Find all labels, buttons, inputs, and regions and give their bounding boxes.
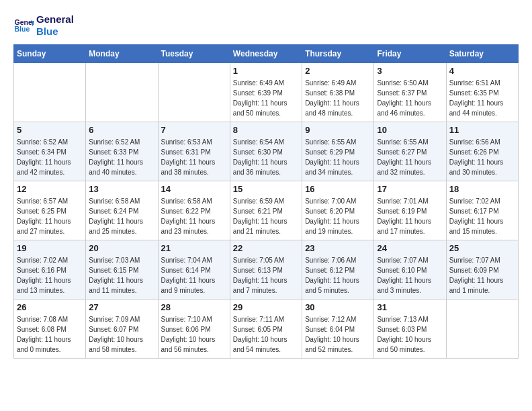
calendar-cell: 26Sunrise: 7:08 AMSunset: 6:08 PMDayligh… xyxy=(14,300,86,359)
calendar-cell: 9Sunrise: 6:55 AMSunset: 6:29 PMDaylight… xyxy=(302,122,374,181)
calendar-cell: 4Sunrise: 6:51 AMSunset: 6:35 PMDaylight… xyxy=(446,63,518,122)
calendar-cell: 16Sunrise: 7:00 AMSunset: 6:20 PMDayligh… xyxy=(302,181,374,240)
day-number: 29 xyxy=(233,302,299,312)
day-number: 5 xyxy=(17,125,83,135)
weekday-header-wednesday: Wednesday xyxy=(230,45,302,63)
calendar-cell: 17Sunrise: 7:01 AMSunset: 6:19 PMDayligh… xyxy=(374,181,446,240)
day-info: Sunrise: 6:56 AMSunset: 6:26 PMDaylight:… xyxy=(449,137,515,177)
day-number: 31 xyxy=(377,302,443,312)
day-number: 28 xyxy=(161,302,227,312)
weekday-header-sunday: Sunday xyxy=(14,45,86,63)
day-info: Sunrise: 7:12 AMSunset: 6:04 PMDaylight:… xyxy=(305,314,371,355)
calendar-week-5: 26Sunrise: 7:08 AMSunset: 6:08 PMDayligh… xyxy=(14,300,519,359)
day-info: Sunrise: 6:54 AMSunset: 6:30 PMDaylight:… xyxy=(233,137,299,177)
calendar-cell: 29Sunrise: 7:11 AMSunset: 6:05 PMDayligh… xyxy=(230,300,302,359)
weekday-header-friday: Friday xyxy=(374,45,446,63)
day-info: Sunrise: 6:55 AMSunset: 6:27 PMDaylight:… xyxy=(377,137,443,177)
calendar-cell: 25Sunrise: 7:07 AMSunset: 6:09 PMDayligh… xyxy=(446,240,518,300)
weekday-header-monday: Monday xyxy=(86,45,158,63)
day-number: 12 xyxy=(17,184,83,194)
day-info: Sunrise: 6:57 AMSunset: 6:25 PMDaylight:… xyxy=(17,196,83,236)
day-info: Sunrise: 7:05 AMSunset: 6:13 PMDaylight:… xyxy=(233,255,299,295)
day-info: Sunrise: 7:02 AMSunset: 6:16 PMDaylight:… xyxy=(17,255,83,295)
calendar-week-4: 19Sunrise: 7:02 AMSunset: 6:16 PMDayligh… xyxy=(14,240,519,300)
calendar-week-1: 1Sunrise: 6:49 AMSunset: 6:39 PMDaylight… xyxy=(14,63,519,122)
day-number: 2 xyxy=(305,66,371,76)
weekday-header-tuesday: Tuesday xyxy=(158,45,230,63)
day-number: 30 xyxy=(305,302,371,312)
day-number: 7 xyxy=(161,125,227,135)
day-number: 10 xyxy=(377,125,443,135)
day-info: Sunrise: 7:04 AMSunset: 6:14 PMDaylight:… xyxy=(161,255,227,295)
day-info: Sunrise: 7:07 AMSunset: 6:10 PMDaylight:… xyxy=(377,255,443,295)
day-number: 26 xyxy=(17,302,83,312)
day-info: Sunrise: 7:10 AMSunset: 6:06 PMDaylight:… xyxy=(161,314,227,355)
calendar-cell: 22Sunrise: 7:05 AMSunset: 6:13 PMDayligh… xyxy=(230,240,302,300)
calendar-cell: 5Sunrise: 6:52 AMSunset: 6:34 PMDaylight… xyxy=(14,122,86,181)
day-number: 17 xyxy=(377,184,443,194)
day-number: 11 xyxy=(449,125,515,135)
day-number: 9 xyxy=(305,125,371,135)
calendar-cell: 1Sunrise: 6:49 AMSunset: 6:39 PMDaylight… xyxy=(230,63,302,122)
calendar-cell: 12Sunrise: 6:57 AMSunset: 6:25 PMDayligh… xyxy=(14,181,86,240)
day-info: Sunrise: 7:01 AMSunset: 6:19 PMDaylight:… xyxy=(377,196,443,236)
day-info: Sunrise: 6:53 AMSunset: 6:31 PMDaylight:… xyxy=(161,137,227,177)
calendar-cell: 15Sunrise: 6:59 AMSunset: 6:21 PMDayligh… xyxy=(230,181,302,240)
day-info: Sunrise: 6:49 AMSunset: 6:38 PMDaylight:… xyxy=(305,78,371,118)
calendar-cell xyxy=(14,63,86,122)
calendar-week-3: 12Sunrise: 6:57 AMSunset: 6:25 PMDayligh… xyxy=(14,181,519,240)
day-number: 23 xyxy=(305,243,371,253)
day-number: 15 xyxy=(233,184,299,194)
day-number: 19 xyxy=(17,243,83,253)
calendar-cell: 2Sunrise: 6:49 AMSunset: 6:38 PMDaylight… xyxy=(302,63,374,122)
weekday-header-saturday: Saturday xyxy=(446,45,518,63)
logo-general: General xyxy=(36,13,74,26)
day-info: Sunrise: 6:51 AMSunset: 6:35 PMDaylight:… xyxy=(449,78,515,118)
day-number: 14 xyxy=(161,184,227,194)
day-info: Sunrise: 7:03 AMSunset: 6:15 PMDaylight:… xyxy=(89,255,154,295)
day-number: 4 xyxy=(449,66,515,76)
calendar-cell: 20Sunrise: 7:03 AMSunset: 6:15 PMDayligh… xyxy=(86,240,158,300)
day-info: Sunrise: 6:59 AMSunset: 6:21 PMDaylight:… xyxy=(233,196,299,236)
calendar-cell: 21Sunrise: 7:04 AMSunset: 6:14 PMDayligh… xyxy=(158,240,230,300)
calendar-cell: 24Sunrise: 7:07 AMSunset: 6:10 PMDayligh… xyxy=(374,240,446,300)
day-info: Sunrise: 6:52 AMSunset: 6:34 PMDaylight:… xyxy=(17,137,83,177)
weekday-header-thursday: Thursday xyxy=(302,45,374,63)
calendar-cell: 10Sunrise: 6:55 AMSunset: 6:27 PMDayligh… xyxy=(374,122,446,181)
calendar-cell xyxy=(86,63,158,122)
calendar-cell: 27Sunrise: 7:09 AMSunset: 6:07 PMDayligh… xyxy=(86,300,158,359)
day-number: 22 xyxy=(233,243,299,253)
day-info: Sunrise: 7:13 AMSunset: 6:03 PMDaylight:… xyxy=(377,314,443,355)
logo: General Blue General Blue xyxy=(13,13,74,38)
day-info: Sunrise: 7:09 AMSunset: 6:07 PMDaylight:… xyxy=(89,314,154,355)
day-number: 27 xyxy=(89,302,154,312)
calendar-table: SundayMondayTuesdayWednesdayThursdayFrid… xyxy=(13,44,519,359)
day-info: Sunrise: 7:06 AMSunset: 6:12 PMDaylight:… xyxy=(305,255,371,295)
calendar-body: 1Sunrise: 6:49 AMSunset: 6:39 PMDaylight… xyxy=(14,63,519,359)
day-number: 8 xyxy=(233,125,299,135)
logo-blue: Blue xyxy=(36,26,74,38)
day-info: Sunrise: 7:00 AMSunset: 6:20 PMDaylight:… xyxy=(305,196,371,236)
day-info: Sunrise: 7:11 AMSunset: 6:05 PMDaylight:… xyxy=(233,314,299,355)
day-info: Sunrise: 7:02 AMSunset: 6:17 PMDaylight:… xyxy=(449,196,515,236)
day-info: Sunrise: 6:58 AMSunset: 6:24 PMDaylight:… xyxy=(89,196,154,236)
day-info: Sunrise: 6:50 AMSunset: 6:37 PMDaylight:… xyxy=(377,78,443,118)
day-info: Sunrise: 6:55 AMSunset: 6:29 PMDaylight:… xyxy=(305,137,371,177)
calendar-cell: 7Sunrise: 6:53 AMSunset: 6:31 PMDaylight… xyxy=(158,122,230,181)
day-number: 16 xyxy=(305,184,371,194)
day-info: Sunrise: 6:49 AMSunset: 6:39 PMDaylight:… xyxy=(233,78,299,118)
calendar-cell: 3Sunrise: 6:50 AMSunset: 6:37 PMDaylight… xyxy=(374,63,446,122)
day-number: 20 xyxy=(89,243,154,253)
day-info: Sunrise: 6:58 AMSunset: 6:22 PMDaylight:… xyxy=(161,196,227,236)
calendar-cell: 23Sunrise: 7:06 AMSunset: 6:12 PMDayligh… xyxy=(302,240,374,300)
day-info: Sunrise: 7:08 AMSunset: 6:08 PMDaylight:… xyxy=(17,314,83,355)
day-number: 13 xyxy=(89,184,154,194)
calendar-week-2: 5Sunrise: 6:52 AMSunset: 6:34 PMDaylight… xyxy=(14,122,519,181)
calendar-cell xyxy=(446,300,518,359)
svg-text:Blue: Blue xyxy=(15,25,30,33)
calendar-cell: 31Sunrise: 7:13 AMSunset: 6:03 PMDayligh… xyxy=(374,300,446,359)
calendar-cell: 11Sunrise: 6:56 AMSunset: 6:26 PMDayligh… xyxy=(446,122,518,181)
day-number: 18 xyxy=(449,184,515,194)
day-number: 21 xyxy=(161,243,227,253)
calendar-cell: 8Sunrise: 6:54 AMSunset: 6:30 PMDaylight… xyxy=(230,122,302,181)
